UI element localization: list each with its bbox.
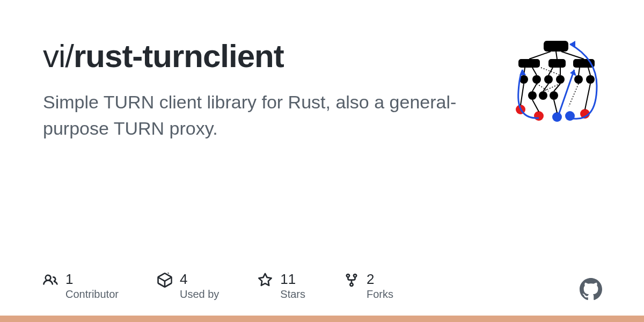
svg-line-18 [588, 68, 590, 75]
svg-line-28 [569, 84, 579, 106]
svg-point-20 [539, 91, 547, 100]
svg-line-22 [532, 84, 537, 91]
svg-line-6 [561, 52, 584, 59]
usedby-count: 4 [180, 272, 219, 287]
svg-line-35 [532, 100, 539, 112]
svg-point-10 [556, 75, 565, 84]
stat-contributors[interactable]: 1 Contributor [43, 272, 119, 301]
repo-name[interactable]: rust-turnclient [74, 38, 284, 74]
svg-point-12 [586, 75, 595, 84]
fork-icon [344, 273, 359, 288]
star-icon [258, 273, 273, 288]
stat-forks[interactable]: 2 Forks [344, 272, 393, 301]
svg-line-14 [532, 68, 537, 75]
stat-usedby[interactable]: 4 Used by [157, 272, 219, 301]
svg-line-23 [543, 84, 548, 91]
svg-point-30 [534, 111, 544, 121]
repo-description: Simple TURN client library for Rust, als… [43, 89, 488, 142]
repo-avatar [511, 38, 602, 129]
owner-name[interactable]: vi [43, 38, 65, 74]
stars-count: 11 [280, 272, 305, 287]
contributors-label: Contributor [65, 288, 119, 301]
svg-line-37 [585, 84, 590, 109]
svg-point-11 [574, 75, 583, 84]
forks-label: Forks [367, 288, 393, 301]
repo-stats: 1 Contributor 4 Used by 11 Stars [43, 272, 393, 301]
stars-label: Stars [280, 288, 305, 301]
package-dependents-icon [157, 273, 172, 288]
svg-point-8 [532, 75, 541, 84]
language-segment [0, 316, 644, 322]
svg-rect-2 [548, 59, 566, 68]
svg-line-4 [529, 52, 551, 59]
language-bar [0, 316, 644, 322]
svg-line-34 [521, 84, 524, 105]
svg-point-9 [544, 75, 553, 84]
svg-line-17 [579, 68, 580, 75]
svg-line-25 [537, 84, 548, 91]
svg-line-15 [548, 68, 553, 75]
svg-line-5 [556, 52, 557, 59]
svg-marker-39 [570, 41, 575, 48]
people-icon [43, 273, 58, 288]
svg-point-19 [528, 91, 537, 100]
forks-count: 2 [367, 272, 393, 287]
contributors-count: 1 [65, 272, 119, 287]
usedby-label: Used by [180, 288, 219, 301]
svg-point-21 [550, 91, 558, 100]
stat-stars[interactable]: 11 Stars [258, 272, 305, 301]
repo-title: vi/rust-turnclient [43, 39, 483, 74]
svg-rect-0 [544, 41, 568, 52]
github-logo-icon [580, 278, 602, 301]
svg-rect-1 [518, 59, 540, 68]
svg-line-36 [554, 100, 557, 113]
